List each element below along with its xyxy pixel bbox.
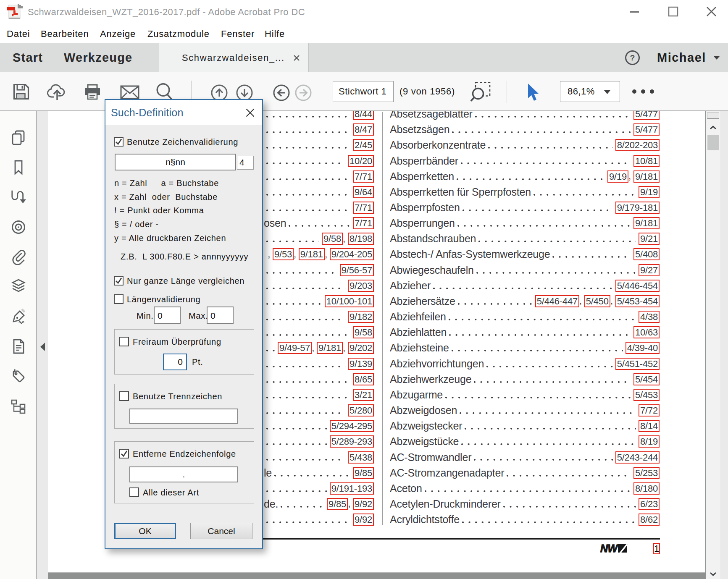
page-ref-link[interactable]: 9/179-181 — [615, 202, 660, 214]
page-ref-link[interactable]: 9/181 — [633, 217, 660, 229]
page-ref-link[interactable]: 9/139 — [348, 358, 374, 370]
scroll-up-icon[interactable] — [710, 124, 717, 130]
page-ref-link[interactable]: 8/65 — [353, 373, 374, 385]
page-ref-link[interactable]: 9/19 — [639, 186, 660, 198]
share-cloud-icon[interactable] — [47, 83, 68, 101]
help-icon[interactable]: ? — [625, 50, 640, 65]
email-icon[interactable] — [120, 85, 139, 100]
page-ref-link[interactable]: 7/71 — [353, 170, 374, 183]
page-ref-link[interactable]: 5/253 — [633, 467, 660, 479]
page-ref-link[interactable]: 4/39-40 — [626, 342, 660, 354]
scrollbar-thumb[interactable] — [707, 135, 719, 150]
search-keyword-input[interactable]: Stichwort 1 — [333, 81, 394, 102]
pattern-input[interactable]: n§nn — [115, 154, 236, 170]
page-ref-link[interactable]: 9/182 — [348, 311, 374, 323]
page-ref-link[interactable]: 8/180 — [633, 482, 660, 495]
page-ref-link[interactable]: 8/14 — [639, 420, 660, 432]
page-ref-link[interactable]: 5/453 — [633, 389, 660, 401]
dialog-close-icon[interactable] — [246, 108, 255, 117]
maximize-button[interactable] — [666, 4, 681, 19]
page-ref-link[interactable]: 10/81 — [633, 155, 660, 167]
previous-view-icon[interactable] — [273, 84, 290, 102]
page-ref-link[interactable]: 8/19 — [639, 435, 660, 448]
max-input[interactable]: 0 — [207, 307, 234, 324]
layers-icon[interactable] — [11, 279, 26, 295]
destinations-icon[interactable] — [11, 189, 26, 205]
account-name[interactable]: Michael — [657, 43, 706, 72]
content-icon[interactable] — [11, 338, 26, 354]
select-cursor-icon[interactable] — [526, 83, 541, 103]
page-ref-link[interactable]: 9/181 — [633, 170, 660, 183]
tab-document[interactable]: Schwarzwaldeisen_... — [159, 43, 309, 73]
tab-close-icon[interactable] — [293, 54, 300, 62]
collapse-left-pane-icon[interactable] — [40, 343, 45, 351]
char-validation-checkbox[interactable] — [114, 137, 124, 147]
page-ref-link[interactable]: 5/477 — [633, 111, 660, 120]
menu-bearbeiten[interactable]: Bearbeiten — [41, 24, 89, 43]
menu-datei[interactable]: Datei — [7, 24, 30, 43]
page-ref-link[interactable]: 9/49-57 — [278, 342, 312, 354]
page-ref-link[interactable]: 6/23 — [639, 498, 660, 510]
vertical-scrollbar[interactable] — [706, 111, 720, 579]
freespace-checkbox[interactable] — [119, 337, 129, 346]
page-ref-link[interactable]: 5/453-454 — [615, 295, 660, 307]
articles-icon[interactable] — [11, 219, 26, 235]
page-ref-link[interactable]: 9/21 — [639, 233, 660, 245]
footer-page-number[interactable]: 1 — [653, 543, 660, 554]
page-ref-link[interactable]: 9/191-193 — [330, 482, 374, 495]
scroll-down-icon[interactable] — [710, 572, 717, 577]
page-ref-link[interactable]: 8/202-203 — [615, 139, 660, 151]
zoom-caret-icon[interactable] — [604, 90, 611, 94]
page-ref-link[interactable]: 9/181 — [317, 342, 343, 354]
page-ref-link[interactable]: 10/20 — [348, 155, 374, 167]
page-ref-link[interactable]: 5/294-295 — [330, 420, 374, 432]
page-ref-link[interactable]: 9/203 — [348, 280, 374, 292]
page-ref-link[interactable]: 7/72 — [639, 404, 660, 417]
account-caret-icon[interactable] — [713, 56, 720, 60]
page-thumbnails-icon[interactable] — [11, 130, 26, 146]
length-validation-checkbox[interactable] — [114, 294, 124, 304]
page-ref-link[interactable]: 5/438 — [348, 451, 374, 464]
menu-fenster[interactable]: Fenster — [221, 24, 255, 43]
page-ref-link[interactable]: 5/446-447 — [535, 295, 579, 307]
separator-input[interactable] — [129, 409, 238, 424]
minimize-button[interactable] — [627, 4, 642, 19]
ok-button[interactable]: OK — [114, 523, 176, 539]
save-icon[interactable] — [13, 83, 30, 100]
print-icon[interactable] — [83, 83, 102, 101]
next-view-icon[interactable] — [294, 84, 312, 102]
page-ref-link[interactable]: 8/47 — [353, 123, 374, 136]
page-ref-link[interactable]: 9/27 — [639, 264, 660, 276]
marquee-zoom-icon[interactable] — [468, 82, 493, 104]
page-ref-link[interactable]: 9/53 — [273, 248, 294, 260]
menu-hilfe[interactable]: Hilfe — [265, 24, 285, 43]
all-of-kind-checkbox[interactable] — [129, 487, 139, 497]
page-ref-link[interactable]: 7/71 — [353, 202, 374, 214]
remove-end-input[interactable]: . — [129, 466, 238, 482]
close-button[interactable] — [704, 4, 719, 19]
page-ref-link[interactable]: 9/56-57 — [340, 264, 374, 276]
tags-icon[interactable] — [11, 368, 26, 384]
freespace-input[interactable]: 0 — [163, 354, 187, 370]
page-ref-link[interactable]: 5/446-454 — [615, 280, 660, 292]
cancel-button[interactable]: Cancel — [190, 523, 252, 539]
attachments-icon[interactable] — [11, 249, 26, 265]
more-tools-icon[interactable] — [628, 81, 658, 102]
page-ref-link[interactable]: 4/38 — [639, 311, 660, 323]
page-ref-link[interactable]: 9/19 — [607, 170, 628, 183]
page-ref-link[interactable]: 9/202 — [348, 342, 374, 354]
page-ref-link[interactable]: 5/280 — [348, 404, 374, 417]
page-ref-link[interactable]: 5/289-293 — [330, 435, 374, 448]
separator-checkbox[interactable] — [119, 391, 129, 401]
page-ref-link[interactable]: 10/100-101 — [325, 295, 374, 307]
dialog-title-bar[interactable]: Such-Definition — [105, 100, 262, 125]
page-ref-link[interactable]: 10/63 — [633, 326, 660, 338]
page-ref-link[interactable]: 5/450 — [584, 295, 610, 307]
tab-start[interactable]: Start — [13, 43, 43, 72]
order-icon[interactable] — [11, 398, 26, 414]
page-ref-link[interactable]: 9/92 — [353, 498, 374, 510]
page-ref-link[interactable]: 5/243-244 — [615, 451, 660, 464]
page-ref-link[interactable]: 8/62 — [639, 514, 660, 526]
page-ref-link[interactable]: 9/64 — [353, 186, 374, 198]
remove-end-checkbox[interactable] — [119, 449, 129, 458]
